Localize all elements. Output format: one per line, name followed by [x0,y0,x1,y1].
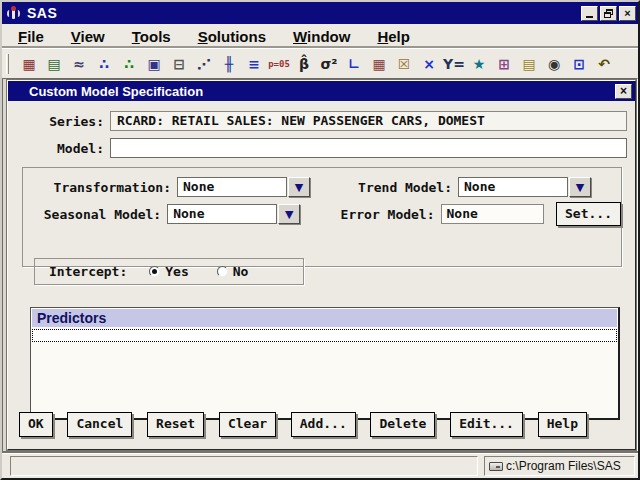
seasonal-model-label: Seasonal Model: [23,207,161,222]
drive-icon [489,462,503,471]
workspace: Custom Model Specification × Series: RCA… [2,78,638,453]
transformation-dropdown-button[interactable]: ▼ [288,177,310,197]
chevron-down-icon: ▼ [295,181,303,194]
delete-x-icon[interactable]: × [417,53,441,75]
window-title: SAS [27,5,57,21]
title-bar: SAS × [2,2,638,24]
dialog-title-bar: Custom Model Specification × [8,81,635,101]
chevron-down-icon: ▼ [576,181,584,194]
transformation-dropdown[interactable]: None ▼ [177,177,310,197]
minimize-button[interactable] [581,6,598,21]
line-plot-icon[interactable]: ≈ [67,53,91,75]
erase-icon[interactable]: ☒ [392,53,416,75]
intercept-yes-option[interactable]: Yes [149,264,188,279]
dialog-title: Custom Model Specification [29,84,203,99]
menu-solutions[interactable]: Solutions [198,28,266,45]
model-input[interactable] [110,138,627,158]
dialog-content: Series: RCARD: RETAIL SALES: NEW PASSENG… [8,101,635,449]
fit-equation-icon[interactable]: Y= [442,53,466,75]
scatter-plot-icon[interactable]: ⋰ [192,53,216,75]
intercept-no-radio[interactable] [217,266,228,277]
restore-icon [604,9,613,18]
import-data-icon[interactable]: ⊟ [167,53,191,75]
custom-model-specification-dialog: Custom Model Specification × Series: RCA… [7,80,636,450]
model-options-groupbox: Transformation: None ▼ Trend Model: None… [22,167,622,267]
error-model-value: None [441,204,545,224]
spike-plot-icon[interactable]: ╫ [217,53,241,75]
minimize-icon [586,16,593,18]
trend-model-dropdown[interactable]: None ▼ [458,177,591,197]
intercept-yes-radio[interactable] [149,266,160,277]
menu-help[interactable]: Help [377,28,410,45]
filter-icon[interactable]: ≡ [242,53,266,75]
delete-button[interactable]: Delete [370,412,435,437]
add-button[interactable]: Add... [291,412,356,437]
graphics-device-icon[interactable]: ◉ [542,53,566,75]
menu-tools[interactable]: Tools [132,28,171,45]
seasonal-model-dropdown-button[interactable]: ▼ [278,204,300,224]
status-bar: c:\Program Files\SAS [2,453,638,478]
intercept-no-option[interactable]: No [217,264,249,279]
intercept-label: Intercept: [49,264,127,279]
error-model-label: Error Model: [326,207,434,222]
transformation-label: Transformation: [23,180,171,195]
menu-file[interactable]: File [18,28,44,45]
toolbar: ▦ ▤ ≈ ∴ ∴ ▣ ⊟ ⋰ ╫ ≡ p=05 β̂ σ² ∟ ▦ ☒ × Y… [2,48,638,78]
reset-button[interactable]: Reset [147,412,204,437]
dialog-close-button[interactable]: × [615,84,632,99]
develop-models-icon[interactable]: ∴ [92,53,116,75]
help-button[interactable]: Help [538,412,587,437]
ok-button[interactable]: OK [19,412,53,437]
undo-icon[interactable]: ↶ [592,53,616,75]
series-value: RCARD: RETAIL SALES: NEW PASSENGER CARS,… [110,111,627,131]
menu-view[interactable]: View [71,28,105,45]
copy-documents-icon[interactable]: ⊞ [492,53,516,75]
curve-plot-icon[interactable]: ∟ [342,53,366,75]
restore-button[interactable] [600,6,617,21]
chevron-down-icon: ▼ [285,208,293,221]
predictors-selected-row[interactable] [32,329,617,342]
status-path-panel: c:\Program Files\SAS [484,456,635,476]
preview-document-icon[interactable]: ▤ [517,53,541,75]
status-message-panel [10,456,478,476]
intercept-groupbox: Intercept: Yes No [34,258,304,285]
transformation-value[interactable]: None [177,177,287,197]
p-value-icon[interactable]: p=05 [267,53,291,75]
dialog-button-row: OK Cancel Reset Clear Add... Delete Edit… [8,412,635,440]
current-path: c:\Program Files\SAS [506,459,621,473]
set-button[interactable]: Set... [556,202,621,227]
close-button[interactable]: × [619,6,636,21]
close-icon: × [624,8,630,19]
forecast-wizard-icon[interactable]: ★ [467,53,491,75]
series-label: Series: [20,114,104,129]
seasonal-model-dropdown[interactable]: None ▼ [167,204,300,224]
seasonal-model-value[interactable]: None [167,204,277,224]
edit-button[interactable]: Edit... [450,412,523,437]
dialog-close-icon: × [620,85,627,97]
series-calendar-icon[interactable]: ▦ [17,53,41,75]
beta-estimate-icon[interactable]: β̂ [292,53,316,75]
fit-models-icon[interactable]: ∴ [117,53,141,75]
produce-forecasts-icon[interactable]: ▣ [142,53,166,75]
sas-application-window: SAS × File View Tools Solutions Window H… [0,0,640,480]
sas-logo-icon [6,6,21,21]
trend-model-label: Trend Model: [336,180,452,195]
data-table-icon[interactable]: ▦ [367,53,391,75]
cancel-button[interactable]: Cancel [67,412,132,437]
menu-bar: File View Tools Solutions Window Help [2,24,638,48]
model-label: Model: [20,141,104,156]
sigma-squared-icon[interactable]: σ² [317,53,341,75]
predictors-list[interactable]: Predictors [30,307,620,420]
intercept-yes-label: Yes [165,264,188,279]
clear-button[interactable]: Clear [219,412,276,437]
predictors-header: Predictors [31,308,618,327]
copy-window-icon[interactable]: ⊡ [567,53,591,75]
intercept-no-label: No [233,264,249,279]
trend-model-dropdown-button[interactable]: ▼ [569,177,591,197]
toolbar-grip [6,54,9,74]
trend-model-value[interactable]: None [458,177,568,197]
menu-window[interactable]: Window [293,28,350,45]
project-list-icon[interactable]: ▤ [42,53,66,75]
